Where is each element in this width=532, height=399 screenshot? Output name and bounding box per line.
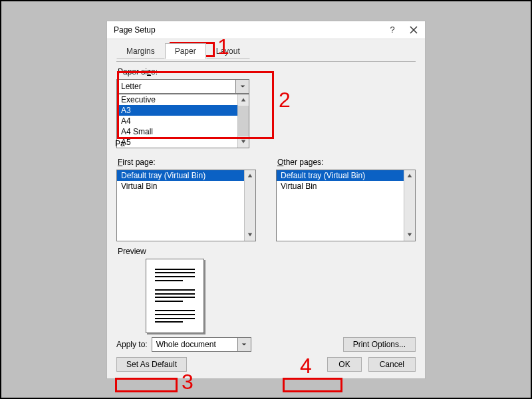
dialog-title: Page Setup (114, 25, 156, 35)
paper-source-section: First page: Default tray (Virtual Bin) V… (116, 152, 416, 241)
first-page-label: First page: (118, 158, 156, 167)
annotation-box-3 (115, 378, 178, 392)
scroll-down-icon[interactable] (404, 229, 415, 241)
tab-layout[interactable]: Layout (206, 43, 250, 59)
paper-size-label: Paper size: (118, 67, 414, 76)
paper-size-dropdown-list[interactable]: Executive A3 A4 A4 Small A5 (116, 94, 249, 148)
paper-size-option[interactable]: A4 (117, 116, 249, 126)
apply-to-label: Apply to: (116, 340, 148, 349)
chevron-down-icon[interactable] (237, 338, 251, 351)
tab-paper[interactable]: Paper (165, 43, 206, 59)
close-icon[interactable] (409, 25, 418, 35)
paper-size-option[interactable]: A5 (117, 137, 249, 148)
paper-size-combo[interactable]: Letter (116, 79, 249, 94)
cancel-button[interactable]: Cancel (368, 357, 416, 372)
print-options-button[interactable]: Print Options... (343, 337, 416, 352)
scroll-up-icon[interactable] (245, 170, 255, 182)
scroll-down-icon[interactable] (238, 136, 249, 148)
list-item[interactable]: Virtual Bin (277, 181, 415, 192)
tab-strip: Margins Paper Layout (116, 43, 416, 59)
paper-size-option[interactable]: A4 Small (117, 126, 249, 137)
apply-to-value: Whole document (152, 338, 237, 351)
paper-size-option[interactable]: Executive (117, 94, 249, 105)
dropdown-scrollbar[interactable] (237, 94, 249, 148)
scroll-up-icon[interactable] (404, 170, 415, 182)
other-pages-label: Other pages: (277, 158, 323, 167)
paper-size-option[interactable]: A3 (117, 105, 249, 116)
scroll-down-icon[interactable] (245, 229, 255, 241)
scroll-up-icon[interactable] (238, 94, 249, 106)
page-setup-dialog: Page Setup ? Margins Paper Layout Paper … (106, 21, 426, 379)
first-page-listbox[interactable]: Default tray (Virtual Bin) Virtual Bin (116, 170, 256, 241)
titlebar: Page Setup ? (107, 21, 425, 39)
set-as-default-button[interactable]: Set As Default (116, 357, 187, 372)
apply-to-combo[interactable]: Whole document (152, 337, 251, 352)
ok-button[interactable]: OK (327, 357, 361, 372)
annotation-box-4 (283, 378, 342, 392)
listbox-scrollbar[interactable] (404, 170, 415, 241)
other-pages-listbox[interactable]: Default tray (Virtual Bin) Virtual Bin (276, 170, 416, 241)
paper-source-label-partial: Pa (115, 139, 125, 148)
preview-label: Preview (118, 247, 414, 256)
chevron-down-icon[interactable] (235, 80, 249, 93)
list-item[interactable]: Virtual Bin (117, 181, 255, 192)
paper-size-value: Letter (117, 80, 235, 93)
list-item[interactable]: Default tray (Virtual Bin) (277, 170, 415, 181)
listbox-scrollbar[interactable] (244, 170, 255, 241)
list-item[interactable]: Default tray (Virtual Bin) (117, 170, 255, 181)
help-icon[interactable]: ? (388, 25, 397, 35)
tab-margins[interactable]: Margins (116, 43, 165, 59)
preview-thumbnail (146, 259, 204, 333)
